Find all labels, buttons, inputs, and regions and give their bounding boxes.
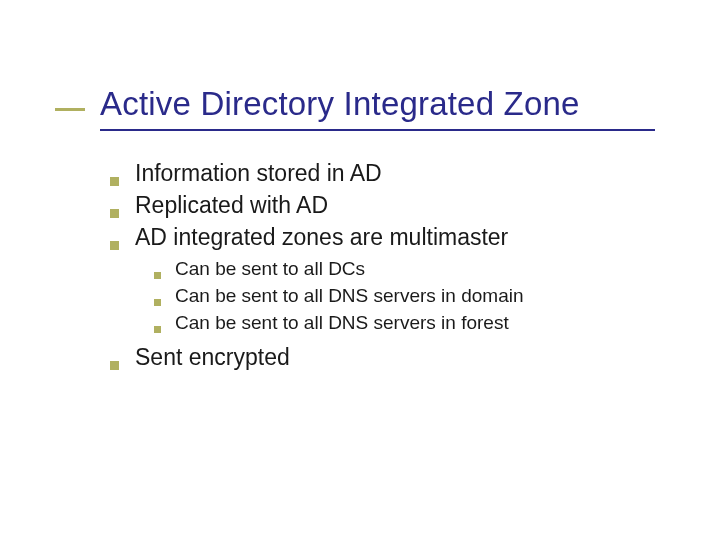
slide: Active Directory Integrated Zone Informa… <box>0 0 720 372</box>
item-text: Can be sent to all DCs <box>175 257 365 282</box>
slide-title: Active Directory Integrated Zone <box>100 85 660 123</box>
square-bullet-icon <box>154 326 161 333</box>
square-bullet-icon <box>154 299 161 306</box>
content: Information stored in AD Replicated with… <box>100 159 660 372</box>
item-text: Replicated with AD <box>135 191 328 220</box>
title-underline <box>100 129 655 131</box>
sub-list: Can be sent to all DCs Can be sent to al… <box>110 257 660 335</box>
list-item: Can be sent to all DCs <box>154 257 660 282</box>
list-item: Replicated with AD <box>110 191 660 220</box>
item-text: Sent encrypted <box>135 343 290 372</box>
item-text: Can be sent to all DNS servers in domain <box>175 284 524 309</box>
square-bullet-icon <box>110 241 119 250</box>
accent-line <box>55 108 85 111</box>
square-bullet-icon <box>110 209 119 218</box>
item-text: Can be sent to all DNS servers in forest <box>175 311 509 336</box>
list-item: AD integrated zones are multimaster <box>110 223 660 252</box>
item-text: AD integrated zones are multimaster <box>135 223 508 252</box>
list-item: Can be sent to all DNS servers in domain <box>154 284 660 309</box>
title-block: Active Directory Integrated Zone <box>100 85 660 131</box>
item-text: Information stored in AD <box>135 159 382 188</box>
list-item: Sent encrypted <box>110 343 660 372</box>
square-bullet-icon <box>110 361 119 370</box>
square-bullet-icon <box>110 177 119 186</box>
square-bullet-icon <box>154 272 161 279</box>
list-item: Information stored in AD <box>110 159 660 188</box>
list-item: Can be sent to all DNS servers in forest <box>154 311 660 336</box>
